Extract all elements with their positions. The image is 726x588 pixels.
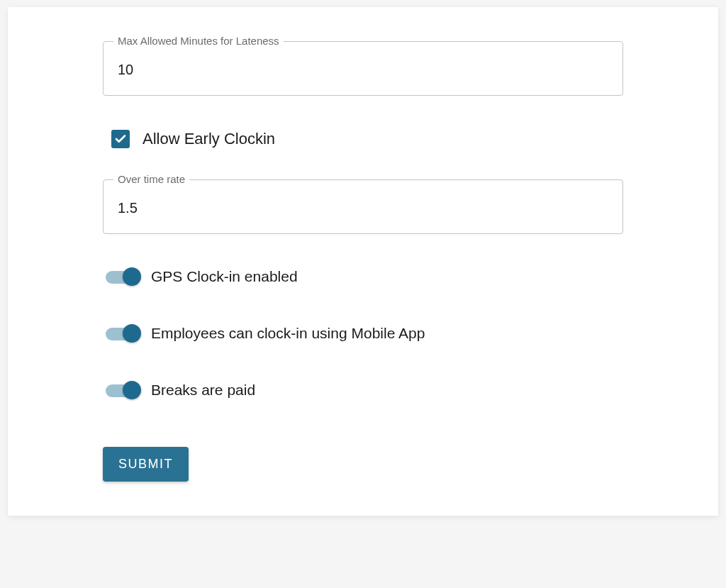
toggle-thumb [123, 381, 141, 399]
overtime-field-wrapper: Over time rate [103, 179, 623, 234]
toggle-thumb [123, 267, 141, 286]
lateness-input[interactable] [104, 42, 622, 95]
early-clockin-label: Allow Early Clockin [143, 130, 275, 148]
breaks-toggle-label: Breaks are paid [151, 382, 255, 399]
overtime-input[interactable] [104, 180, 622, 233]
submit-button[interactable]: SUBMIT [103, 447, 189, 482]
breaks-toggle[interactable] [106, 383, 141, 397]
mobile-toggle[interactable] [106, 326, 141, 340]
lateness-label: Max Allowed Minutes for Lateness [113, 35, 284, 47]
gps-toggle-row: GPS Clock-in enabled [103, 268, 623, 285]
lateness-field-wrapper: Max Allowed Minutes for Lateness [103, 41, 623, 96]
lateness-field-group: Max Allowed Minutes for Lateness [103, 41, 623, 96]
gps-toggle[interactable] [106, 270, 141, 284]
checkmark-icon [114, 133, 127, 145]
settings-card: Max Allowed Minutes for Lateness Allow E… [8, 7, 718, 516]
gps-toggle-label: GPS Clock-in enabled [151, 268, 298, 285]
early-clockin-checkbox[interactable] [111, 130, 130, 148]
overtime-field-group: Over time rate [103, 179, 623, 234]
mobile-toggle-row: Employees can clock-in using Mobile App [103, 325, 623, 342]
mobile-toggle-label: Employees can clock-in using Mobile App [151, 325, 425, 342]
toggle-thumb [123, 324, 141, 343]
breaks-toggle-row: Breaks are paid [103, 382, 623, 399]
early-clockin-row: Allow Early Clockin [103, 130, 623, 148]
overtime-label: Over time rate [113, 173, 189, 185]
